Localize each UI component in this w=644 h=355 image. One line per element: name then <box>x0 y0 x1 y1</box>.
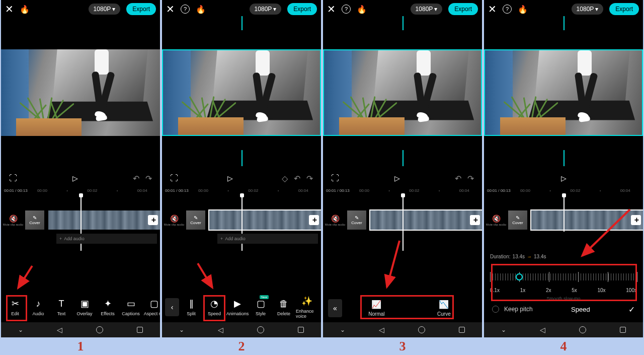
speed-knob[interactable] <box>516 273 523 280</box>
nav-back-icon[interactable]: ◁ <box>379 326 384 334</box>
add-audio-button[interactable]: +Add audio <box>56 234 157 244</box>
export-button[interactable]: Export <box>287 3 317 15</box>
flame-icon[interactable]: 🔥 <box>357 5 367 14</box>
overlay-tool[interactable]: ▣Overlay <box>73 298 96 316</box>
help-icon[interactable]: ? <box>503 5 512 14</box>
chevron-down-icon[interactable]: ⌄ <box>18 326 23 333</box>
back-button[interactable]: « <box>328 299 342 317</box>
edit-tool[interactable]: ✂Edit <box>4 298 26 316</box>
mute-clip-audio[interactable]: 🔇Mute clip audio <box>323 215 347 226</box>
resolution-selector[interactable]: 1080P▾ <box>250 4 282 15</box>
help-icon[interactable]: ? <box>342 5 351 14</box>
export-button[interactable]: Export <box>126 3 156 15</box>
nav-recent-icon[interactable] <box>620 327 626 333</box>
mute-clip-audio[interactable]: 🔇Mute clip audio <box>162 215 186 226</box>
normal-speed-option[interactable]: 📈Normal <box>368 300 384 317</box>
nav-back-icon[interactable]: ◁ <box>218 326 223 334</box>
close-icon[interactable]: ✕ <box>5 3 14 15</box>
play-icon[interactable]: ▷ <box>394 174 400 182</box>
play-icon[interactable]: ▷ <box>227 174 233 182</box>
resolution-selector[interactable]: 1080P▾ <box>89 4 121 15</box>
undo-icon[interactable]: ↶ <box>294 174 300 183</box>
nav-recent-icon[interactable] <box>137 327 143 333</box>
resolution-selector[interactable]: 1080P▾ <box>411 4 443 15</box>
step-label-1: 1 <box>1 339 160 354</box>
fullscreen-icon[interactable]: ⛶ <box>331 174 339 183</box>
undo-icon[interactable]: ↶ <box>455 174 461 183</box>
aspect-ratio-tool[interactable]: ▢Aspect rat <box>143 298 160 316</box>
cover-thumbnail[interactable]: Cover <box>508 210 527 230</box>
nav-recent-icon[interactable] <box>298 327 304 333</box>
fullscreen-icon[interactable]: ⛶ <box>9 174 17 183</box>
cover-thumbnail[interactable]: Cover <box>186 210 205 230</box>
flame-icon[interactable]: 🔥 <box>20 5 30 14</box>
keep-pitch-radio[interactable] <box>492 306 499 313</box>
nav-home-icon[interactable] <box>418 326 425 333</box>
nav-home-icon[interactable] <box>257 326 264 333</box>
scissors-icon: ✂ <box>12 298 19 309</box>
topbar: ✕ 🔥 1080P▾ Export <box>1 0 160 18</box>
speed-labels: 0.1x1x2x5x10x100x <box>490 288 637 293</box>
play-icon[interactable]: ▷ <box>561 174 567 182</box>
video-clip[interactable]: + <box>370 210 482 230</box>
help-icon[interactable]: ? <box>181 5 190 14</box>
nav-back-icon[interactable]: ◁ <box>57 326 62 334</box>
keyframe-icon[interactable]: ◇ <box>282 174 288 183</box>
video-preview[interactable] <box>162 49 321 136</box>
add-clip-icon[interactable]: + <box>151 216 156 225</box>
redo-icon[interactable]: ↷ <box>145 174 152 183</box>
split-tool[interactable]: ∥Split <box>180 298 202 316</box>
cover-thumbnail[interactable]: Cover <box>347 210 366 230</box>
redo-icon[interactable]: ↷ <box>306 174 313 183</box>
add-clip-icon[interactable]: + <box>634 216 639 225</box>
mute-clip-audio[interactable]: 🔇Mute clip audio <box>484 215 508 226</box>
close-icon[interactable]: ✕ <box>166 3 175 15</box>
captions-tool[interactable]: ▭Captions <box>120 298 142 316</box>
nav-home-icon[interactable] <box>96 326 103 333</box>
effects-icon: ✦ <box>104 298 112 309</box>
time-display: 00:01 / 00:13 <box>4 188 28 193</box>
close-icon[interactable]: ✕ <box>327 3 336 15</box>
nav-recent-icon[interactable] <box>459 327 465 333</box>
video-clip[interactable]: + <box>531 210 643 230</box>
video-clip[interactable]: + <box>48 210 160 230</box>
fullscreen-icon[interactable]: ⛶ <box>170 174 178 183</box>
playhead[interactable] <box>403 195 404 251</box>
curve-speed-option[interactable]: 📉Curve <box>437 300 451 317</box>
undo-icon[interactable]: ↶ <box>133 174 139 183</box>
speed-slider[interactable] <box>490 269 637 285</box>
text-tool[interactable]: TText <box>50 299 72 316</box>
video-clip[interactable]: + <box>209 210 321 230</box>
nav-home-icon[interactable] <box>579 326 586 333</box>
add-clip-icon[interactable]: + <box>312 216 317 225</box>
enhance-voice-tool[interactable]: ✨Enhance voice <box>296 296 318 319</box>
effects-tool[interactable]: ✦Effects <box>97 298 119 316</box>
redo-icon[interactable]: ↷ <box>467 174 474 183</box>
video-preview[interactable] <box>1 49 160 136</box>
delete-tool[interactable]: 🗑Delete <box>273 299 295 316</box>
flame-icon[interactable]: 🔥 <box>196 5 206 14</box>
resolution-selector[interactable]: 1080P▾ <box>572 4 604 15</box>
video-preview[interactable] <box>323 49 482 136</box>
back-button[interactable]: ‹ <box>165 298 179 316</box>
animations-tool[interactable]: ▶Animations <box>226 298 249 316</box>
style-tool[interactable]: New▢Style <box>250 298 272 316</box>
export-button[interactable]: Export <box>448 3 478 15</box>
mute-clip-audio[interactable]: 🔇Mute clip audio <box>1 215 25 226</box>
speed-tool[interactable]: ◔Speed <box>203 298 225 316</box>
export-button[interactable]: Export <box>609 3 639 15</box>
cover-thumbnail[interactable]: Cover <box>25 210 44 230</box>
audio-tool[interactable]: ♪Audio <box>27 299 49 316</box>
add-clip-icon[interactable]: + <box>473 216 478 225</box>
chevron-down-icon[interactable]: ⌄ <box>340 326 345 333</box>
play-icon[interactable]: ▷ <box>72 174 78 182</box>
playhead[interactable] <box>564 195 565 232</box>
chevron-down-icon[interactable]: ⌄ <box>501 326 506 333</box>
add-audio-button[interactable]: +Add audio <box>217 234 318 244</box>
nav-back-icon[interactable]: ◁ <box>540 326 545 334</box>
flame-icon[interactable]: 🔥 <box>518 5 528 14</box>
close-icon[interactable]: ✕ <box>488 3 497 15</box>
video-preview[interactable] <box>484 49 643 136</box>
chevron-down-icon[interactable]: ⌄ <box>179 326 184 333</box>
confirm-icon[interactable]: ✓ <box>628 305 635 314</box>
